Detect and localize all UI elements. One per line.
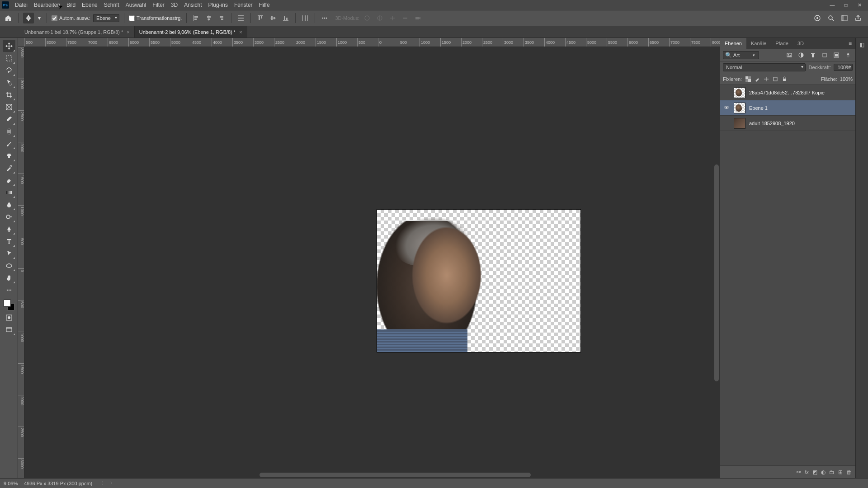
lasso-tool[interactable]: [3, 64, 15, 76]
status-chevron-left[interactable]: 〈: [99, 480, 104, 487]
lock-transparent-icon[interactable]: [745, 75, 752, 83]
3d-camera-button[interactable]: [413, 13, 423, 23]
menu-plugins[interactable]: Plug-ins: [205, 0, 231, 10]
align-center-v-button[interactable]: [268, 13, 278, 23]
panel-tab-ebenen[interactable]: Ebenen: [720, 38, 746, 49]
status-chevron-right[interactable]: 〉: [110, 480, 115, 487]
new-layer-icon[interactable]: ⊞: [838, 469, 843, 475]
screen-mode-button[interactable]: [3, 324, 15, 336]
hand-tool[interactable]: [3, 272, 15, 284]
shape-tool[interactable]: [3, 259, 15, 272]
distribute-v-button[interactable]: [300, 13, 310, 23]
menu-ansicht[interactable]: Ansicht: [181, 0, 205, 10]
canvas[interactable]: [24, 47, 720, 478]
window-close-button[interactable]: ✕: [853, 0, 866, 10]
transform-controls-checkbox[interactable]: Transformationsstrg.: [129, 15, 182, 21]
layer-group-icon[interactable]: 🗀: [829, 469, 835, 475]
auto-select-target-dropdown[interactable]: Ebene: [93, 14, 119, 22]
blend-mode-dropdown[interactable]: Normal: [723, 63, 806, 71]
lock-position-icon[interactable]: [763, 75, 770, 83]
document-artboard[interactable]: [377, 210, 580, 352]
workspace-button[interactable]: [840, 14, 849, 23]
document-tab-2[interactable]: Unbenannt-2 bei 9,06% (Ebene 1, RGB/8) *…: [135, 26, 247, 38]
path-select-tool[interactable]: [3, 247, 15, 259]
menu-3d[interactable]: 3D: [168, 0, 181, 10]
cloud-docs-button[interactable]: [813, 14, 822, 23]
collapsed-panel-icon[interactable]: ◧: [859, 42, 864, 48]
align-center-h-button[interactable]: [204, 13, 214, 23]
panel-tab-pfade[interactable]: Pfade: [771, 38, 793, 49]
quick-mask-button[interactable]: [3, 311, 15, 324]
layer-thumb-0[interactable]: [734, 87, 745, 98]
document-dimensions[interactable]: 4936 Px x 3319 Px (300 ppcm): [24, 481, 92, 486]
layer-filter-type[interactable]: 🔍 ▾: [723, 51, 759, 59]
edit-toolbar-button[interactable]: [3, 284, 15, 296]
filter-pixel-icon[interactable]: [785, 51, 794, 60]
link-layers-icon[interactable]: ⚯: [797, 469, 801, 475]
quick-select-tool[interactable]: [3, 76, 15, 89]
layer-thumb-1[interactable]: [734, 103, 745, 113]
window-maximize-button[interactable]: ▭: [839, 0, 853, 10]
color-swatches[interactable]: [3, 299, 15, 311]
3d-orbit-button[interactable]: [362, 13, 372, 23]
marquee-tool[interactable]: [3, 52, 15, 64]
home-button[interactable]: [3, 13, 14, 23]
horizontal-ruler[interactable]: 5008000750070006500600055005000450040003…: [24, 38, 720, 47]
filter-smart-icon[interactable]: [832, 51, 841, 60]
ruler-origin[interactable]: [18, 38, 24, 47]
lock-pixels-icon[interactable]: [754, 75, 761, 83]
fill-input[interactable]: 100%: [840, 76, 853, 82]
filter-adjust-icon[interactable]: [797, 51, 806, 60]
document-tab-1[interactable]: Unbenannt-1 bei 18,7% (Gruppe 1, RGB/8) …: [20, 26, 135, 38]
align-bottom-button[interactable]: [281, 13, 291, 23]
lock-artboard-icon[interactable]: [772, 75, 779, 83]
panel-tab-kanaele[interactable]: Kanäle: [746, 38, 771, 49]
menu-filter[interactable]: Filter: [149, 0, 168, 10]
3d-slide-button[interactable]: [400, 13, 410, 23]
menu-fenster[interactable]: Fenster: [231, 0, 256, 10]
opacity-input[interactable]: 100%: [834, 64, 853, 71]
filter-shape-icon[interactable]: [820, 51, 829, 60]
eyedropper-tool[interactable]: [3, 113, 15, 125]
3d-roll-button[interactable]: [375, 13, 385, 23]
auto-select-checkbox[interactable]: Autom. ausw.:: [52, 15, 90, 21]
move-tool[interactable]: [3, 40, 15, 52]
3d-pan-button[interactable]: [387, 13, 397, 23]
menu-ebene[interactable]: Ebene: [79, 0, 101, 10]
align-right-button[interactable]: [217, 13, 226, 23]
align-top-button[interactable]: [255, 13, 265, 23]
blur-tool[interactable]: [3, 198, 15, 211]
window-minimize-button[interactable]: —: [826, 0, 839, 10]
active-tool-icon[interactable]: [23, 13, 34, 23]
vertical-ruler[interactable]: 3500300025002000150010005000500100015002…: [18, 47, 24, 478]
menu-auswahl[interactable]: Auswahl: [123, 0, 149, 10]
document-tab-2-close[interactable]: ×: [239, 29, 242, 35]
panel-menu-button[interactable]: ≡: [845, 40, 855, 47]
layer-name-0[interactable]: 26ab471dd8dc52…7828df7 Kopie: [749, 90, 825, 95]
more-align-button[interactable]: [320, 13, 330, 23]
canvas-horizontal-scrollbar[interactable]: [259, 473, 531, 477]
layer-name-1[interactable]: Ebene 1: [749, 105, 768, 111]
layer-row-0[interactable]: 26ab471dd8dc52…7828df7 Kopie: [720, 85, 855, 100]
gradient-tool[interactable]: [3, 186, 15, 198]
dodge-tool[interactable]: [3, 211, 15, 223]
filter-toggle[interactable]: [844, 51, 853, 60]
clone-stamp-tool[interactable]: [3, 150, 15, 162]
layer-thumb-2[interactable]: [734, 118, 745, 129]
delete-layer-icon[interactable]: 🗑: [846, 469, 852, 475]
brush-tool[interactable]: [3, 137, 15, 150]
menu-bearbeiten[interactable]: Bearbeiten: [31, 0, 63, 10]
frame-tool[interactable]: [3, 101, 15, 113]
menu-schrift[interactable]: Schrift: [101, 0, 123, 10]
distribute-button[interactable]: [236, 13, 246, 23]
pen-tool[interactable]: [3, 223, 15, 235]
menu-hilfe[interactable]: Hilfe: [256, 0, 273, 10]
menu-datei[interactable]: Datei: [12, 0, 31, 10]
layer-row-2[interactable]: adult-1852908_1920: [720, 116, 855, 131]
panel-tab-3d[interactable]: 3D: [793, 38, 808, 49]
eraser-tool[interactable]: [3, 174, 15, 186]
document-tab-1-close[interactable]: ×: [127, 29, 129, 35]
adjustment-layer-icon[interactable]: ◐: [821, 469, 826, 475]
history-brush-tool[interactable]: [3, 162, 15, 174]
healing-brush-tool[interactable]: [3, 125, 15, 137]
